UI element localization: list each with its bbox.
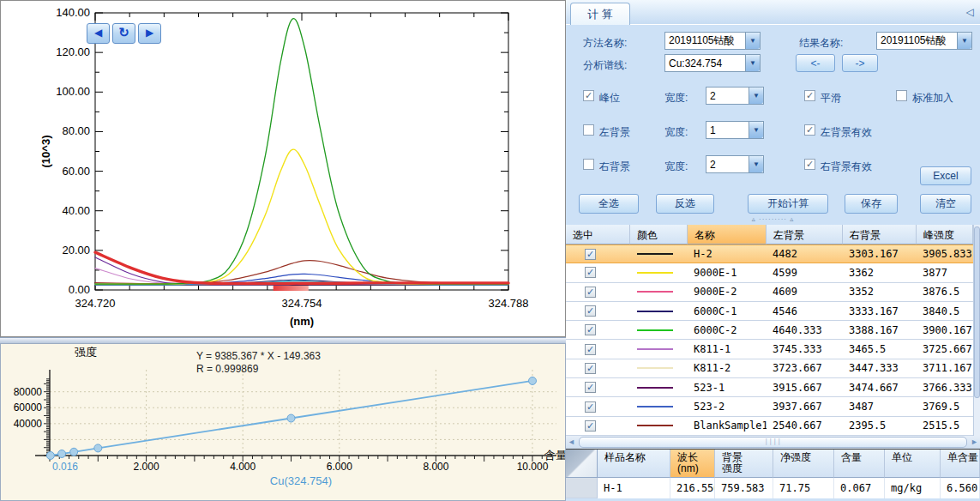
- horizontal-splitter[interactable]: [0, 337, 566, 343]
- table-row[interactable]: ✓523-13915.6673474.6673766.333: [566, 378, 980, 397]
- x-axis-label: 含量(: [544, 449, 565, 462]
- results-col-header[interactable]: 名称: [688, 225, 767, 244]
- chevron-down-icon[interactable]: ▼: [745, 55, 760, 71]
- left-bg-valid-checkbox[interactable]: ✓: [804, 124, 815, 136]
- row-checkbox[interactable]: ✓: [585, 249, 596, 260]
- table-row[interactable]: ✓BlankSample12540.6672395.52515.5: [566, 417, 980, 436]
- row-checkbox[interactable]: ✓: [585, 382, 596, 393]
- series-color-line: [637, 329, 673, 331]
- smooth-checkbox[interactable]: ✓: [804, 90, 815, 101]
- row-right-bg: 3352: [843, 286, 917, 298]
- row-checkbox[interactable]: ✓: [585, 287, 596, 298]
- svg-text:(nm): (nm): [290, 315, 314, 328]
- sample-content: 0.067: [834, 478, 885, 498]
- chevron-down-icon[interactable]: ▼: [749, 88, 763, 104]
- series-color-line: [637, 425, 673, 426]
- horizontal-scrollbar[interactable]: ◄ ∣∣∣∣ ►: [566, 436, 980, 449]
- scrollbar-left-arrow-icon[interactable]: ◄: [566, 437, 577, 448]
- select-all-button[interactable]: 全选: [579, 194, 639, 214]
- row-select-cell: ✓: [566, 324, 630, 335]
- spectra-chart-pane: 0.0020.0040.0060.0080.00100.00120.00140.…: [0, 0, 566, 337]
- prev-line-button[interactable]: <-: [796, 54, 835, 72]
- method-select[interactable]: 20191105钴酸 ▼: [664, 32, 761, 50]
- results-col-header[interactable]: 选中: [566, 225, 630, 244]
- row-checkbox[interactable]: ✓: [585, 363, 596, 374]
- axis-title: Cu(324.754): [270, 474, 332, 487]
- chevron-down-icon[interactable]: ▼: [749, 122, 763, 138]
- sample-col-header[interactable]: 样品名称: [598, 450, 670, 478]
- svg-text:140.00: 140.00: [56, 6, 90, 19]
- next-line-button[interactable]: ->: [842, 54, 878, 72]
- table-splitter-handle[interactable]: ▵ ········· ▵: [566, 216, 980, 224]
- left-bg-checkbox[interactable]: [583, 124, 594, 136]
- save-button[interactable]: 保存: [845, 194, 898, 214]
- results-col-header[interactable]: 右背景: [843, 225, 917, 244]
- right-bg-valid-checkbox[interactable]: ✓: [804, 159, 815, 170]
- row-checkbox[interactable]: ✓: [585, 305, 596, 317]
- results-col-header[interactable]: 峰强度: [917, 225, 973, 244]
- tab-calculate[interactable]: 计 算: [570, 3, 630, 25]
- row-select-cell: ✓: [566, 363, 630, 374]
- row-peak-intensity: 3840.5: [917, 305, 973, 317]
- chevron-down-icon[interactable]: ▼: [957, 33, 971, 49]
- vertical-scrollbar[interactable]: [973, 225, 980, 436]
- row-checkbox[interactable]: ✓: [585, 420, 596, 432]
- results-col-header[interactable]: 颜色: [630, 225, 688, 244]
- sample-col-header[interactable]: 单含量: [941, 450, 980, 478]
- start-calculation-button[interactable]: 开始计算: [748, 194, 828, 214]
- sample-row-header[interactable]: [566, 478, 598, 498]
- peak-position-checkbox[interactable]: ✓: [583, 90, 594, 101]
- table-row[interactable]: ✓6000C-145463333.1673840.5: [566, 302, 980, 321]
- width2-value: 1: [706, 124, 749, 136]
- vertical-scrollbar-thumb[interactable]: [974, 226, 980, 398]
- row-name: H-2: [688, 248, 767, 260]
- sample-col-header[interactable]: 波长 (nm): [670, 450, 715, 478]
- svg-text:324.754: 324.754: [282, 297, 322, 310]
- sample-col-header[interactable]: 净强度: [773, 450, 834, 478]
- row-checkbox[interactable]: ✓: [585, 324, 596, 335]
- row-checkbox[interactable]: ✓: [585, 267, 596, 278]
- svg-text:0.00: 0.00: [69, 283, 90, 296]
- excel-button[interactable]: Excel: [920, 166, 971, 185]
- table-row[interactable]: ✓H-244823303.1673905.833: [566, 244, 980, 263]
- refresh-button[interactable]: ↻: [112, 23, 135, 44]
- scroll-left-button[interactable]: ◀: [87, 23, 110, 44]
- result-select[interactable]: 20191105钴酸 ▼: [876, 32, 972, 50]
- width3-select[interactable]: 2 ▼: [706, 155, 764, 173]
- row-checkbox[interactable]: ✓: [585, 344, 596, 355]
- svg-text:60.00: 60.00: [62, 165, 90, 178]
- width2-select[interactable]: 1 ▼: [706, 121, 764, 139]
- row-right-bg: 3303.167: [843, 248, 917, 260]
- scrollbar-right-arrow-icon[interactable]: ►: [969, 437, 980, 448]
- sample-col-header[interactable]: 含量: [834, 450, 885, 478]
- invert-selection-button[interactable]: 反选: [656, 194, 714, 214]
- results-col-header[interactable]: 左背景: [767, 225, 843, 244]
- clear-button[interactable]: 清空: [920, 194, 971, 214]
- row-name: 523-2: [688, 401, 767, 413]
- width1-select[interactable]: 2 ▼: [706, 87, 764, 105]
- chevron-down-icon[interactable]: ▼: [745, 33, 760, 49]
- svg-text:40000: 40000: [14, 418, 43, 430]
- row-color-cell: [630, 253, 688, 255]
- table-row[interactable]: ✓9000E-1459933623877: [566, 263, 980, 282]
- scroll-right-button[interactable]: ▶: [138, 23, 161, 44]
- table-row[interactable]: ✓9000E-2460933523876.5: [566, 283, 980, 302]
- sample-col-header[interactable]: 单位: [885, 450, 941, 478]
- sample-col-header[interactable]: 背景 强度: [715, 450, 773, 478]
- right-bg-checkbox[interactable]: [583, 159, 594, 170]
- table-row[interactable]: ✓K811-13745.3333465.53725.667: [566, 340, 980, 359]
- table-row[interactable]: ✓6000C-24640.3333388.1673900.167: [566, 321, 980, 340]
- sample-table-corner[interactable]: [566, 450, 598, 478]
- standard-addition-checkbox[interactable]: [896, 90, 907, 101]
- table-row[interactable]: ✓K811-23723.6673447.3333711.167: [566, 359, 980, 378]
- table-row[interactable]: ✓523-23937.66734873769.5: [566, 397, 980, 416]
- collapse-panel-icon[interactable]: ◁: [966, 6, 974, 18]
- analysis-line-select[interactable]: Cu:324.754 ▼: [664, 54, 761, 72]
- results-table-body: ✓H-244823303.1673905.833✓9000E-145993362…: [566, 244, 980, 436]
- horizontal-scrollbar-thumb[interactable]: ∣∣∣∣: [579, 437, 967, 448]
- row-peak-intensity: 3900.167: [917, 324, 973, 336]
- sample-row[interactable]: H-1216.556759.58371.750.067mg/kg6.560: [566, 478, 980, 498]
- row-color-cell: [630, 425, 688, 426]
- row-checkbox[interactable]: ✓: [585, 401, 596, 413]
- chevron-down-icon[interactable]: ▼: [749, 156, 763, 172]
